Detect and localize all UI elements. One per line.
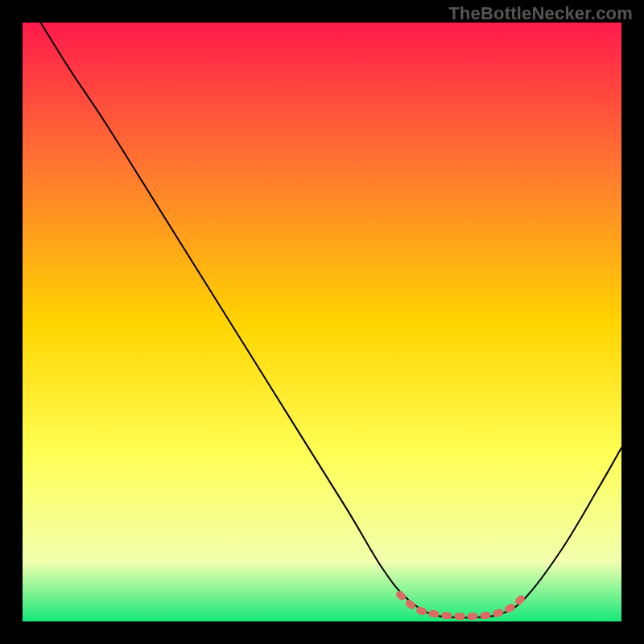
- bottleneck-chart: [23, 23, 621, 621]
- gradient-background: [23, 23, 621, 621]
- watermark-text: TheBottleNecker.com: [448, 3, 633, 24]
- chart-frame: TheBottleNecker.com: [0, 0, 644, 644]
